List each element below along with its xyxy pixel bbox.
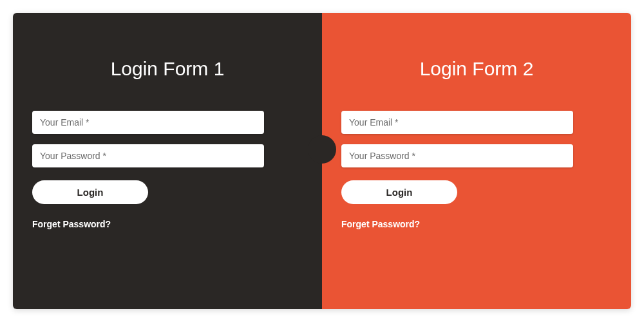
panel-connector-notch — [308, 135, 336, 164]
form2-forget-password-link[interactable]: Forget Password? — [341, 219, 420, 229]
form1-forget-password-link[interactable]: Forget Password? — [32, 219, 111, 229]
form1-login-button[interactable]: Login — [32, 180, 148, 204]
form2-email-field[interactable] — [341, 111, 573, 134]
form1-password-field[interactable] — [32, 144, 264, 167]
form1-email-field[interactable] — [32, 111, 264, 134]
login-form-2-panel: Login Form 2 Login Forget Password? — [322, 13, 631, 309]
form2-password-field[interactable] — [341, 144, 573, 167]
form1-title: Login Form 1 — [32, 58, 303, 80]
form2-title: Login Form 2 — [341, 58, 612, 80]
login-container: Login Form 1 Login Forget Password? Logi… — [13, 13, 631, 309]
login-form-1-panel: Login Form 1 Login Forget Password? — [13, 13, 322, 309]
form2-login-button[interactable]: Login — [341, 180, 457, 204]
